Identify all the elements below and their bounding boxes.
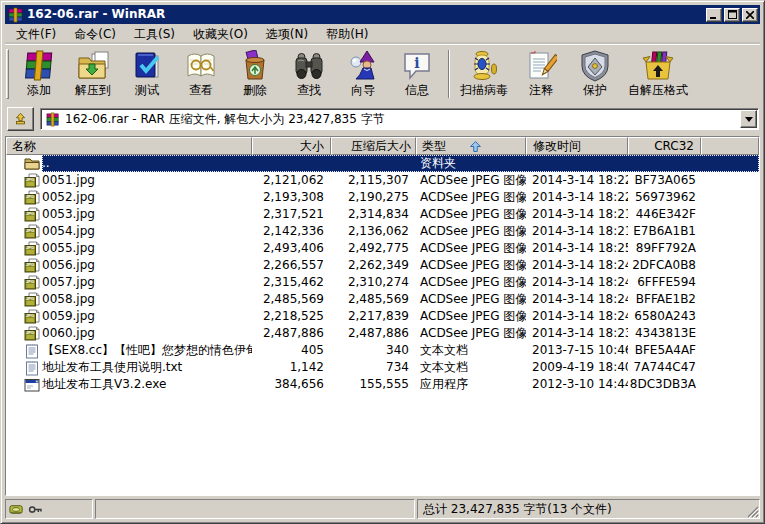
column-header-modified[interactable]: 修改时间 [526,137,628,155]
cell-name: 0051.jpg [42,172,252,189]
delete-button[interactable]: 删除 [228,47,282,101]
cell-size: 2,485,569 [252,291,331,308]
drive-icon[interactable] [9,502,24,517]
table-row[interactable]: 地址发布工具V3.2.exe384,656155,555应用程序2012-3-1… [6,376,759,393]
combobox-dropdown-button[interactable] [740,110,757,128]
cell-modified: 2014-3-14 18:24 [526,274,628,291]
cell-name: 0059.jpg [42,308,252,325]
comment-button[interactable]: 注释 [514,47,568,101]
cell-crc: 8DC3DB3A [628,376,701,393]
sort-ascending-icon [470,141,481,152]
table-row[interactable]: JPG0059.jpg2,218,5252,217,839ACDSee JPEG… [6,308,759,325]
table-row[interactable]: JPG0054.jpg2,142,3362,136,062ACDSee JPEG… [6,223,759,240]
sfx-button[interactable]: 自解压格式 [622,47,694,101]
column-header-type-label: 类型 [422,138,446,154]
table-row[interactable]: 【SEX8.cc】【性吧】您梦想的情色伊甸...405340文本文档2013-7… [6,342,759,359]
cell-size: 2,315,462 [252,274,331,291]
table-row[interactable]: JPG0060.jpg2,487,8862,487,886ACDSee JPEG… [6,325,759,342]
column-header-name[interactable]: 名称 [6,137,252,155]
cell-type: ACDSee JPEG 图像 [416,325,526,342]
delete-label: 删除 [243,84,267,97]
menu-tools[interactable]: 工具(S) [125,24,184,45]
wizard-button[interactable]: 向导 [336,47,390,101]
svg-text:JPG: JPG [26,313,34,318]
table-row[interactable]: 地址发布工具使用说明.txt1,142734文本文档2009-4-19 18:4… [6,359,759,376]
close-button[interactable] [742,8,758,22]
column-header-packed[interactable]: 压缩后大小 [331,137,416,155]
menu-commands[interactable]: 命令(C) [65,24,125,45]
status-bar: 总计 23,427,835 字节(13 个文件) [5,499,760,519]
info-button[interactable]: i 信息 [390,47,444,101]
cell-packed: 2,492,775 [331,240,416,257]
text-file-icon [6,360,42,376]
title-bar: 162-06.rar - WinRAR [5,5,760,24]
cell-name: 0052.jpg [42,189,252,206]
maximize-icon [728,10,737,19]
menu-favorites[interactable]: 收藏夹(O) [184,24,257,45]
scan-virus-button[interactable]: 扫描病毒 [454,47,514,101]
toolbar-separator [448,50,450,98]
resize-grip[interactable] [747,506,759,518]
find-label: 查找 [297,84,321,97]
cell-type: ACDSee JPEG 图像 [416,172,526,189]
info-icon: i [401,50,433,82]
menu-help[interactable]: 帮助(H) [317,24,377,45]
column-header-crc32[interactable]: CRC32 [628,137,701,155]
archive-path-combobox[interactable]: 162-06.rar - RAR 压缩文件, 解包大小为 23,427,835 … [40,108,759,130]
add-button[interactable]: 添加 [12,47,66,101]
table-row[interactable]: JPG0056.jpg2,266,5572,262,349ACDSee JPEG… [6,257,759,274]
column-header-size[interactable]: 大小 [252,137,331,155]
table-row[interactable]: JPG0051.jpg2,121,0622,115,307ACDSee JPEG… [6,172,759,189]
cell-modified: 2014-3-14 18:22 [526,172,628,189]
find-icon [293,50,325,82]
file-list: ..资料夹JPG0051.jpg2,121,0622,115,307ACDSee… [6,155,759,495]
minimize-button[interactable] [706,8,722,22]
toolbar-grip[interactable] [6,49,9,99]
table-row[interactable]: JPG0057.jpg2,315,4622,310,274ACDSee JPEG… [6,274,759,291]
up-one-level-button[interactable] [7,107,34,131]
wizard-icon [347,50,379,82]
table-row[interactable]: ..资料夹 [6,155,759,172]
maximize-button[interactable] [724,8,740,22]
cell-type: 文本文档 [416,342,526,359]
protect-button[interactable]: 保护 [568,47,622,101]
cell-modified: 2014-3-14 18:24 [526,291,628,308]
jpeg-file-icon: JPG [6,241,42,257]
test-button[interactable]: 测试 [120,47,174,101]
column-header-type[interactable]: 类型 [416,137,526,155]
svg-text:JPG: JPG [26,279,34,284]
extract-to-button[interactable]: 解压到 [66,47,120,101]
svg-text:i: i [414,55,419,71]
extract-to-label: 解压到 [75,84,111,97]
folder-up-icon [14,111,27,127]
cell-modified: 2014-3-14 18:21 [526,223,628,240]
cell-size: 384,656 [252,376,331,393]
svg-text:JPG: JPG [26,194,34,199]
cell-type: 文本文档 [416,359,526,376]
cell-name: 0055.jpg [42,240,252,257]
view-button[interactable]: 查看 [174,47,228,101]
view-label: 查看 [189,84,213,97]
table-row[interactable]: JPG0058.jpg2,485,5692,485,569ACDSee JPEG… [6,291,759,308]
text-file-icon [6,343,42,359]
key-icon[interactable] [28,502,43,517]
cell-type: ACDSee JPEG 图像 [416,240,526,257]
scan-virus-icon [468,50,500,82]
cell-modified: 2014-3-14 18:22 [526,189,628,206]
cell-packed: 2,115,307 [331,172,416,189]
cell-crc: 2DFCA0B8 [628,257,701,274]
svg-text:JPG: JPG [26,296,34,301]
info-label: 信息 [405,84,429,97]
table-row[interactable]: JPG0053.jpg2,317,5212,314,834ACDSee JPEG… [6,206,759,223]
winrar-app-icon [8,7,24,23]
menu-options[interactable]: 选项(N) [257,24,317,45]
cell-name: 0058.jpg [42,291,252,308]
menu-file[interactable]: 文件(F) [7,24,65,45]
table-row[interactable]: JPG0052.jpg2,193,3082,190,275ACDSee JPEG… [6,189,759,206]
table-row[interactable]: JPG0055.jpg2,493,4062,492,775ACDSee JPEG… [6,240,759,257]
find-button[interactable]: 查找 [282,47,336,101]
status-icons-panel [5,499,93,519]
cell-modified: 2012-3-10 14:44 [526,376,628,393]
jpeg-file-icon: JPG [6,292,42,308]
cell-type: ACDSee JPEG 图像 [416,274,526,291]
